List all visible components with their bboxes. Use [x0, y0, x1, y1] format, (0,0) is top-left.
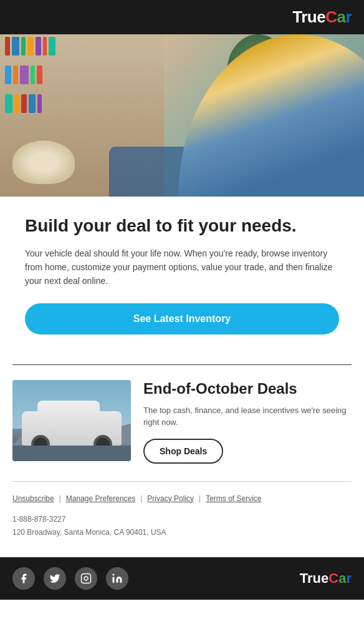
unsubscribe-link[interactable]: Unsubscribe	[12, 494, 54, 503]
deals-body-text: The top cash, finance, and lease incenti…	[143, 404, 352, 429]
main-headline: Build your deal to fit your needs.	[25, 215, 339, 237]
logo-r-letter: r	[345, 7, 352, 26]
instagram-icon[interactable]	[75, 567, 97, 590]
main-body-text: Your vehicle deal should fit your life n…	[25, 246, 339, 288]
footer-logo-c: C	[328, 570, 338, 586]
footer-logo-true: True	[300, 570, 328, 586]
footer-logo-a: a	[338, 570, 346, 586]
footer-logo-r: r	[346, 570, 352, 586]
logo-a-letter: a	[337, 7, 345, 26]
hero-scene	[0, 34, 364, 197]
logo-true-text: True	[292, 7, 325, 26]
manage-preferences-link[interactable]: Manage Preferences	[66, 494, 135, 503]
deals-section: End-of-October Deals The top cash, finan…	[0, 380, 364, 479]
contact-info: 1-888-878-3227 120 Broadway, Santa Monic…	[0, 513, 364, 557]
svg-rect-0	[82, 573, 91, 583]
hero-image	[0, 34, 364, 197]
pipe-1: |	[57, 494, 64, 503]
phone-number: 1-888-878-3227	[12, 513, 352, 527]
deals-text-content: End-of-October Deals The top cash, finan…	[143, 380, 352, 464]
header-bar: TrueCar	[0, 0, 364, 34]
logo-c-letter: C	[325, 7, 337, 26]
footer-bar: TrueCar	[0, 557, 364, 600]
facebook-icon[interactable]	[12, 567, 35, 590]
social-icons-group	[12, 567, 128, 590]
address: 120 Broadway, Santa Monica, CA 90401, US…	[12, 526, 352, 540]
footer-truecar-logo: TrueCar	[300, 570, 352, 587]
email-container: TrueCar	[0, 0, 364, 639]
terms-of-service-link[interactable]: Terms of Service	[206, 494, 261, 503]
section-divider-2	[12, 481, 352, 482]
main-content: Build your deal to fit your needs. Your …	[0, 197, 364, 364]
see-inventory-button[interactable]: See Latest Inventory	[25, 303, 339, 334]
privacy-policy-link[interactable]: Privacy Policy	[147, 494, 194, 503]
deals-car-image	[12, 380, 131, 461]
deals-headline: End-of-October Deals	[143, 380, 352, 398]
shop-deals-button[interactable]: Shop Deals	[143, 439, 223, 464]
svg-point-2	[113, 573, 115, 575]
footer-links: Unsubscribe | Manage Preferences | Priva…	[0, 494, 364, 513]
dog-decor	[12, 140, 75, 184]
truecar-logo: TrueCar	[292, 7, 352, 27]
pipe-2: |	[138, 494, 145, 503]
twitter-icon[interactable]	[44, 567, 66, 590]
linkedin-icon[interactable]	[106, 567, 128, 590]
pipe-3: |	[196, 494, 203, 503]
section-divider-1	[12, 364, 352, 365]
